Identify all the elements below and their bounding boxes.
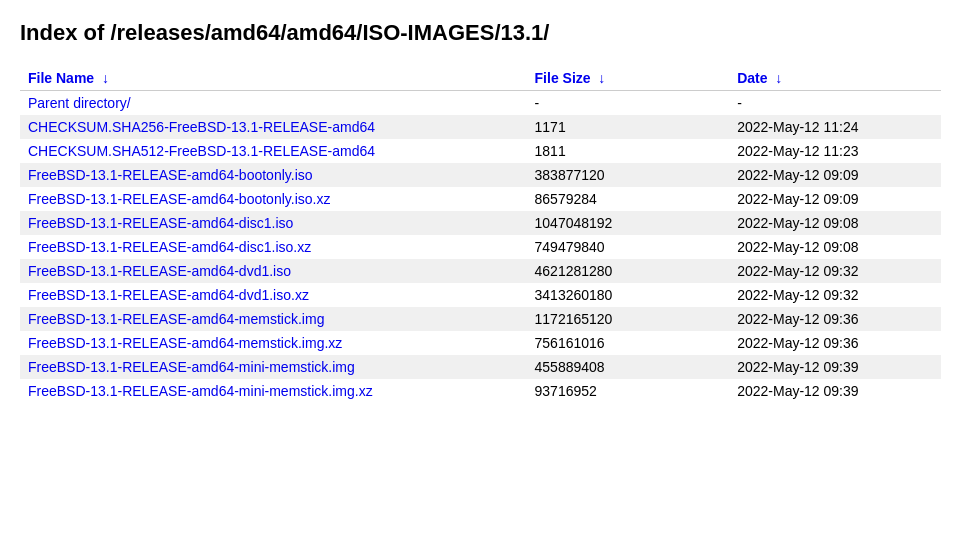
file-date-cell: 2022-May-12 09:39 — [729, 355, 941, 379]
file-name-cell: FreeBSD-13.1-RELEASE-amd64-disc1.iso — [20, 211, 527, 235]
file-name-cell: CHECKSUM.SHA512-FreeBSD-13.1-RELEASE-amd… — [20, 139, 527, 163]
file-date-cell: 2022-May-12 11:24 — [729, 115, 941, 139]
table-row: FreeBSD-13.1-RELEASE-amd64-dvd1.iso.xz34… — [20, 283, 941, 307]
file-name-cell: Parent directory/ — [20, 91, 527, 116]
column-header-name: File Name ↓ — [20, 66, 527, 91]
file-size-cell: 86579284 — [527, 187, 730, 211]
table-row: CHECKSUM.SHA512-FreeBSD-13.1-RELEASE-amd… — [20, 139, 941, 163]
table-row: FreeBSD-13.1-RELEASE-amd64-mini-memstick… — [20, 355, 941, 379]
page-title: Index of /releases/amd64/amd64/ISO-IMAGE… — [20, 20, 941, 46]
table-row: FreeBSD-13.1-RELEASE-amd64-bootonly.iso.… — [20, 187, 941, 211]
table-row: Parent directory/-- — [20, 91, 941, 116]
table-row: FreeBSD-13.1-RELEASE-amd64-disc1.iso1047… — [20, 211, 941, 235]
file-name-cell: FreeBSD-13.1-RELEASE-amd64-memstick.img.… — [20, 331, 527, 355]
table-header-row: File Name ↓ File Size ↓ Date ↓ — [20, 66, 941, 91]
file-name-cell: FreeBSD-13.1-RELEASE-amd64-bootonly.iso — [20, 163, 527, 187]
file-size-cell: 455889408 — [527, 355, 730, 379]
file-size-cell: 756161016 — [527, 331, 730, 355]
column-header-size: File Size ↓ — [527, 66, 730, 91]
file-name-cell: CHECKSUM.SHA256-FreeBSD-13.1-RELEASE-amd… — [20, 115, 527, 139]
file-date-cell: 2022-May-12 09:08 — [729, 235, 941, 259]
file-listing-table: File Name ↓ File Size ↓ Date ↓ Parent di… — [20, 66, 941, 403]
file-date-cell: - — [729, 91, 941, 116]
file-size-cell: 383877120 — [527, 163, 730, 187]
table-row: FreeBSD-13.1-RELEASE-amd64-disc1.iso.xz7… — [20, 235, 941, 259]
file-name-cell: FreeBSD-13.1-RELEASE-amd64-disc1.iso.xz — [20, 235, 527, 259]
file-size-cell: - — [527, 91, 730, 116]
file-size-cell: 1811 — [527, 139, 730, 163]
file-date-cell: 2022-May-12 09:36 — [729, 331, 941, 355]
file-link[interactable]: FreeBSD-13.1-RELEASE-amd64-memstick.img — [28, 311, 324, 327]
file-link[interactable]: CHECKSUM.SHA256-FreeBSD-13.1-RELEASE-amd… — [28, 119, 375, 135]
file-date-cell: 2022-May-12 11:23 — [729, 139, 941, 163]
file-link[interactable]: FreeBSD-13.1-RELEASE-amd64-bootonly.iso — [28, 167, 313, 183]
file-size-cell: 93716952 — [527, 379, 730, 403]
file-size-cell: 1171 — [527, 115, 730, 139]
file-link[interactable]: FreeBSD-13.1-RELEASE-amd64-memstick.img.… — [28, 335, 342, 351]
file-link[interactable]: FreeBSD-13.1-RELEASE-amd64-bootonly.iso.… — [28, 191, 330, 207]
table-row: FreeBSD-13.1-RELEASE-amd64-bootonly.iso3… — [20, 163, 941, 187]
file-link[interactable]: Parent directory/ — [28, 95, 131, 111]
table-row: FreeBSD-13.1-RELEASE-amd64-memstick.img1… — [20, 307, 941, 331]
table-row: CHECKSUM.SHA256-FreeBSD-13.1-RELEASE-amd… — [20, 115, 941, 139]
file-link[interactable]: FreeBSD-13.1-RELEASE-amd64-dvd1.iso — [28, 263, 291, 279]
file-size-cell: 3413260180 — [527, 283, 730, 307]
file-size-cell: 1172165120 — [527, 307, 730, 331]
table-row: FreeBSD-13.1-RELEASE-amd64-mini-memstick… — [20, 379, 941, 403]
file-link[interactable]: FreeBSD-13.1-RELEASE-amd64-mini-memstick… — [28, 383, 373, 399]
file-size-cell: 4621281280 — [527, 259, 730, 283]
sort-date-link[interactable]: Date ↓ — [737, 70, 782, 86]
file-link[interactable]: FreeBSD-13.1-RELEASE-amd64-disc1.iso.xz — [28, 239, 311, 255]
sort-size-link[interactable]: File Size ↓ — [535, 70, 606, 86]
file-size-cell: 1047048192 — [527, 211, 730, 235]
file-date-cell: 2022-May-12 09:09 — [729, 187, 941, 211]
file-name-cell: FreeBSD-13.1-RELEASE-amd64-bootonly.iso.… — [20, 187, 527, 211]
file-name-cell: FreeBSD-13.1-RELEASE-amd64-dvd1.iso.xz — [20, 283, 527, 307]
file-date-cell: 2022-May-12 09:09 — [729, 163, 941, 187]
file-name-cell: FreeBSD-13.1-RELEASE-amd64-dvd1.iso — [20, 259, 527, 283]
file-name-cell: FreeBSD-13.1-RELEASE-amd64-mini-memstick… — [20, 379, 527, 403]
sort-name-link[interactable]: File Name ↓ — [28, 70, 109, 86]
file-size-cell: 749479840 — [527, 235, 730, 259]
file-name-cell: FreeBSD-13.1-RELEASE-amd64-memstick.img — [20, 307, 527, 331]
file-link[interactable]: FreeBSD-13.1-RELEASE-amd64-mini-memstick… — [28, 359, 355, 375]
file-date-cell: 2022-May-12 09:08 — [729, 211, 941, 235]
file-link[interactable]: FreeBSD-13.1-RELEASE-amd64-disc1.iso — [28, 215, 293, 231]
file-date-cell: 2022-May-12 09:32 — [729, 283, 941, 307]
file-link[interactable]: CHECKSUM.SHA512-FreeBSD-13.1-RELEASE-amd… — [28, 143, 375, 159]
table-row: FreeBSD-13.1-RELEASE-amd64-dvd1.iso46212… — [20, 259, 941, 283]
file-name-cell: FreeBSD-13.1-RELEASE-amd64-mini-memstick… — [20, 355, 527, 379]
file-date-cell: 2022-May-12 09:32 — [729, 259, 941, 283]
file-date-cell: 2022-May-12 09:36 — [729, 307, 941, 331]
table-row: FreeBSD-13.1-RELEASE-amd64-memstick.img.… — [20, 331, 941, 355]
file-date-cell: 2022-May-12 09:39 — [729, 379, 941, 403]
column-header-date: Date ↓ — [729, 66, 941, 91]
file-link[interactable]: FreeBSD-13.1-RELEASE-amd64-dvd1.iso.xz — [28, 287, 309, 303]
